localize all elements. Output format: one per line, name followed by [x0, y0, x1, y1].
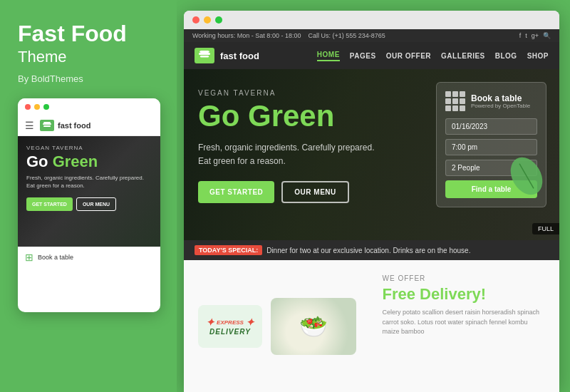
nav-home[interactable]: HOME: [317, 51, 340, 61]
browser-dot-yellow: [204, 16, 211, 24]
phone-hero: VEGAN TAVERNA Go Green Fresh, organic in…: [18, 136, 160, 247]
grid-cell: [460, 105, 465, 111]
site-logo: fast food: [195, 48, 259, 63]
express-delivery-badge: ✦ EXPRESS ✦ DELIVERY: [198, 305, 262, 348]
topbar-right: f t g+ 🔍: [519, 32, 551, 39]
leaf-svg: [505, 155, 548, 197]
grid-cell: [452, 91, 458, 97]
free-delivery-title: Free Delivery!: [383, 285, 546, 304]
delivery-badge-inner: ✦ EXPRESS ✦ DELIVERY: [206, 316, 254, 336]
free-delivery-section: WE OFFER Free Delivery! Celery potato sc…: [375, 274, 546, 378]
delivery-section: ✦ EXPRESS ✦ DELIVERY 🥗: [198, 274, 361, 378]
google-plus-icon[interactable]: g+: [532, 32, 539, 39]
phone-dot-green: [43, 104, 49, 110]
phone-nav: ☰ fast food: [18, 115, 160, 136]
book-table-icon: ⊞: [25, 252, 33, 263]
site-nav: fast food HOME PAGES OUR OFFER GALLERIES…: [184, 42, 559, 69]
full-label: FULL: [532, 223, 559, 234]
phone-get-started-button[interactable]: GET STARTED: [26, 197, 73, 211]
browser-chrome: [184, 11, 559, 29]
svg-rect-4: [200, 56, 209, 58]
nav-our-offer[interactable]: OUR OFFER: [386, 52, 431, 60]
hero-green-text: Green: [248, 99, 334, 133]
delivery-badge-bottom-text: DELIVERY: [206, 328, 254, 336]
working-hours: Working hours: Mon - Sat 8:00 - 18:00: [192, 32, 301, 39]
special-banner: TODAY'S SPECIAL: Dinner for two at our e…: [184, 240, 559, 260]
book-table-header: Book a table Powered by OpenTable: [445, 91, 537, 111]
phone-book-label: Book a table: [38, 254, 73, 261]
call-us: Call Us: (+1) 555 234-8765: [308, 32, 385, 39]
svg-rect-1: [43, 125, 51, 127]
site-topbar: Working hours: Mon - Sat 8:00 - 18:00 Ca…: [184, 29, 559, 42]
nav-shop[interactable]: SHOP: [527, 52, 549, 60]
facebook-icon[interactable]: f: [519, 32, 522, 39]
delivery-food-image: 🥗: [271, 298, 356, 355]
grid-cell: [452, 98, 458, 104]
phone-logo-icon: [40, 120, 54, 131]
search-icon[interactable]: 🔍: [543, 32, 551, 39]
app-title: Fast Food: [18, 21, 159, 46]
hero-get-started-button[interactable]: GET STARTED: [198, 181, 274, 203]
site-bottom: ✦ EXPRESS ✦ DELIVERY 🥗 WE OFFER Free Del…: [184, 260, 559, 392]
grid-cell: [445, 91, 451, 97]
phone-logo: fast food: [40, 120, 90, 131]
twitter-icon[interactable]: t: [525, 32, 527, 39]
phone-dot-yellow: [34, 104, 40, 110]
phone-go-text: Go: [26, 153, 53, 170]
grid-cell: [460, 98, 465, 104]
phone-mockup: ☰ fast food VEGAN TAVERNA Go Green: [18, 98, 160, 312]
free-delivery-desc: Celery potato scallion desert raisin hor…: [383, 308, 546, 337]
phone-book-bar: ⊞ Book a table: [18, 247, 160, 267]
book-grid-icon: [445, 91, 465, 111]
grid-cell: [445, 98, 451, 104]
book-table-title-group: Book a table Powered by OpenTable: [471, 94, 530, 109]
site-logo-text: fast food: [220, 51, 259, 61]
grid-cell: [445, 105, 451, 111]
phone-green-text: Green: [53, 153, 98, 170]
browser-dot-red: [192, 16, 200, 24]
app-author: By BoldThemes: [18, 73, 159, 84]
book-table-powered: Powered by OpenTable: [471, 103, 530, 109]
hero-our-menu-button[interactable]: OUR MENU: [281, 181, 348, 203]
leaf-decoration: [505, 155, 548, 197]
phone-dot-red: [25, 104, 31, 110]
special-label: TODAY'S SPECIAL:: [195, 245, 262, 255]
hamburger-icon[interactable]: ☰: [25, 120, 34, 131]
we-offer-label: WE OFFER: [383, 274, 546, 282]
book-table-title: Book a table: [471, 94, 530, 103]
browser-dot-green: [215, 16, 222, 24]
free-text: Free: [383, 285, 415, 303]
site-food-icon: [198, 51, 211, 61]
phone-go-green: Go Green: [26, 154, 152, 170]
svg-point-5: [200, 51, 209, 53]
nav-galleries[interactable]: GALLERIES: [441, 52, 485, 60]
site-hero: VEGAN TAVERNA Go Green Fresh, organic in…: [184, 69, 559, 240]
nav-blog[interactable]: BLOG: [495, 52, 517, 60]
delivery-title-rest: Delivery!: [415, 285, 486, 303]
phone-vegan-label: VEGAN TAVERNA: [26, 145, 152, 151]
browser-mockup: Working hours: Mon - Sat 8:00 - 18:00 Ca…: [184, 11, 559, 392]
phone-logo-text: fast food: [58, 121, 90, 130]
site-logo-icon: [195, 48, 214, 63]
grid-cell: [460, 91, 465, 97]
nav-pages[interactable]: PAGES: [350, 52, 376, 60]
book-date-field[interactable]: 01/16/2023: [445, 118, 537, 135]
phone-our-menu-button[interactable]: OUR MENU: [76, 197, 116, 211]
site-nav-links: HOME PAGES OUR OFFER GALLERIES BLOG SHOP: [317, 51, 549, 61]
topbar-left: Working hours: Mon - Sat 8:00 - 18:00 Ca…: [192, 32, 385, 39]
app-subtitle: Theme: [18, 48, 159, 66]
hero-go-text: Go: [198, 99, 248, 133]
left-panel: Fast Food Theme By BoldThemes ☰ fast foo…: [0, 0, 177, 392]
phone-desc: Fresh, organic ingredients. Carefully pr…: [26, 174, 152, 190]
phone-chrome: [18, 98, 160, 115]
food-icon: [42, 122, 52, 130]
delivery-stars: ✦: [206, 316, 214, 328]
grid-cell: [452, 105, 458, 111]
food-visual: 🥗: [271, 298, 356, 355]
phone-buttons: GET STARTED OUR MENU: [26, 197, 152, 211]
delivery-badge-top: ✦ EXPRESS ✦: [206, 316, 254, 328]
book-time-field[interactable]: 7:00 pm: [445, 139, 537, 155]
delivery-stars-right: ✦: [246, 316, 254, 328]
special-text: Dinner for two at our exclusive location…: [266, 247, 470, 254]
